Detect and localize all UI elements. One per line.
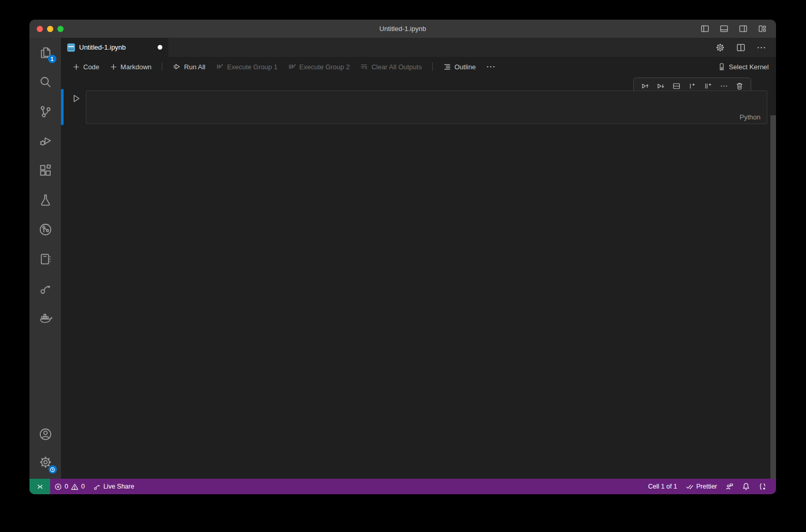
cell-language-picker[interactable]: Python <box>740 113 761 121</box>
sidebar-item-live-share[interactable] <box>33 276 58 301</box>
ellipsis-icon <box>720 82 728 90</box>
fullscreen-button[interactable] <box>57 26 64 32</box>
layout-controls <box>699 23 776 35</box>
live-share-button[interactable]: Live Share <box>89 479 139 494</box>
settings-button[interactable] <box>33 450 58 475</box>
minimize-button[interactable] <box>47 26 53 32</box>
sidebar-item-docker[interactable] <box>33 306 58 330</box>
more-actions-button[interactable]: ⋯ <box>755 41 768 54</box>
sidebar-item-commit-graph[interactable] <box>33 217 58 242</box>
run-below-icon <box>656 82 665 90</box>
add-code-label: Code <box>83 63 99 71</box>
split-editor-button[interactable] <box>735 41 747 54</box>
source-control-icon <box>39 105 52 118</box>
error-count: 0 <box>65 483 68 490</box>
add-code-cell-button[interactable]: Code <box>68 61 103 73</box>
bell-icon <box>742 482 750 491</box>
sidebar-item-explorer[interactable]: 1 <box>33 40 58 65</box>
select-kernel-button[interactable]: Select Kernel <box>718 63 769 71</box>
run-all-icon <box>173 63 181 71</box>
add-markdown-cell-button[interactable]: Markdown <box>105 61 156 73</box>
warning-icon <box>71 483 79 491</box>
activity-bar: 1 <box>29 38 61 479</box>
testing-icon <box>39 193 52 207</box>
toolbar-separator <box>162 63 162 71</box>
live-share-icon <box>39 282 52 295</box>
toggle-panel-button[interactable] <box>718 23 729 35</box>
kernel-icon <box>718 63 726 71</box>
customize-layout-button[interactable] <box>756 23 768 35</box>
accounts-button[interactable] <box>33 422 58 447</box>
code-cell-editor[interactable]: Python <box>86 90 767 124</box>
snippets-button[interactable] <box>754 479 771 494</box>
warning-count: 0 <box>81 483 85 490</box>
gear-icon <box>716 43 725 52</box>
outline-button[interactable]: Outline <box>439 60 480 73</box>
notebook-editor: Python <box>61 77 776 479</box>
sidebar-item-notebook[interactable] <box>33 247 58 271</box>
toggle-secondary-sidebar-button[interactable] <box>737 23 749 35</box>
commit-graph-icon <box>39 223 52 236</box>
notebook-toolbar: Code Markdown Run All <box>61 57 776 77</box>
sidebar-item-source-control[interactable] <box>33 99 58 124</box>
run-above-icon <box>641 82 649 90</box>
braces-icon <box>758 482 767 491</box>
notebook-scrollbar[interactable] <box>770 115 776 479</box>
add-icon <box>72 63 80 71</box>
window-controls <box>37 26 64 32</box>
problems-indicator[interactable]: 0 0 <box>50 479 89 494</box>
clock-badge-icon <box>49 465 57 474</box>
feedback-button[interactable] <box>721 479 738 494</box>
execute-group-1-button[interactable]: Execute Group 1 <box>211 60 282 73</box>
explorer-badge: 1 <box>48 55 56 63</box>
tab-bar: Untitled-1.ipynb <box>61 38 776 57</box>
live-share-label: Live Share <box>103 483 134 490</box>
tab-label: Untitled-1.ipynb <box>79 43 126 51</box>
sidebar-item-testing[interactable] <box>33 188 58 212</box>
split-cell-icon <box>672 82 681 90</box>
sidebar-item-run-debug[interactable] <box>33 129 58 154</box>
feedback-icon <box>725 482 734 491</box>
unsaved-changes-dot[interactable] <box>158 45 162 50</box>
sidebar-item-extensions[interactable] <box>33 158 58 183</box>
execute-group-icon <box>216 63 224 71</box>
run-cell-icon <box>71 94 81 103</box>
toggle-primary-sidebar-button[interactable] <box>699 23 710 35</box>
editor-actions: ⋯ <box>714 38 776 57</box>
notifications-button[interactable] <box>738 479 754 494</box>
notebook-settings-button[interactable] <box>714 41 726 54</box>
remote-icon <box>36 483 44 491</box>
prettier-button[interactable]: Prettier <box>681 479 721 494</box>
select-kernel-label: Select Kernel <box>729 63 769 71</box>
title-bar[interactable]: Untitled-1.ipynb <box>29 20 776 38</box>
clear-all-outputs-label: Clear All Outputs <box>371 63 422 71</box>
run-all-button[interactable]: Run All <box>169 60 209 73</box>
remote-indicator-button[interactable] <box>29 479 50 494</box>
tab-untitled-notebook[interactable]: Untitled-1.ipynb <box>61 38 169 57</box>
execute-group-1-label: Execute Group 1 <box>227 63 278 71</box>
layout-panel-icon <box>720 24 728 33</box>
outline-label: Outline <box>454 63 476 71</box>
insert-double-bar-plus-icon <box>704 82 712 90</box>
execute-group-2-label: Execute Group 2 <box>299 63 350 71</box>
clear-all-outputs-button[interactable]: Clear All Outputs <box>356 60 426 73</box>
cell-indicator-label: Cell 1 of 1 <box>648 483 677 490</box>
layout-sidebar-right-icon <box>739 24 748 33</box>
layout-customize-icon <box>758 24 767 33</box>
add-icon <box>110 63 117 71</box>
sidebar-item-search[interactable] <box>33 70 58 95</box>
search-icon <box>39 75 52 89</box>
split-editor-icon <box>736 43 746 52</box>
add-markdown-label: Markdown <box>120 63 151 71</box>
window-title: Untitled-1.ipynb <box>29 25 776 33</box>
cell-focus-indicator <box>61 89 64 125</box>
ellipsis-icon: ⋯ <box>486 64 496 69</box>
close-button[interactable] <box>37 26 43 32</box>
toolbar-more-actions-button[interactable]: ⋯ <box>482 62 500 71</box>
execute-group-icon <box>288 63 296 71</box>
notebook-file-icon <box>67 43 75 52</box>
desktop-background: Untitled-1.ipynb <box>0 0 806 532</box>
execute-group-2-button[interactable]: Execute Group 2 <box>284 60 354 73</box>
cell-indicator[interactable]: Cell 1 of 1 <box>644 479 681 494</box>
run-cell-button[interactable] <box>70 93 82 104</box>
